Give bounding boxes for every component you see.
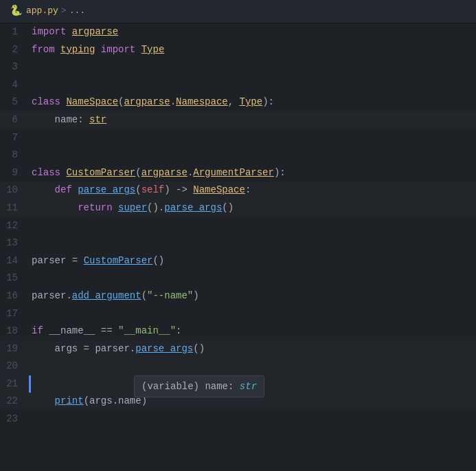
line-content: class CustomParser(argparse.ArgumentPars…	[29, 164, 476, 182]
code-line: 7	[0, 129, 476, 147]
cursor-indicator	[29, 375, 31, 393]
line-content: if __name__ == "__main__":	[29, 322, 476, 340]
code-line: 12	[0, 217, 476, 235]
line-number: 20	[0, 358, 29, 375]
code-line: 8	[0, 146, 476, 164]
code-line: 18 if __name__ == "__main__":	[0, 322, 476, 340]
line-content	[29, 129, 476, 147]
line-number: 4	[0, 76, 29, 94]
line-content	[29, 76, 476, 94]
line-content	[29, 358, 476, 375]
line-number: 17	[0, 305, 29, 323]
python-icon: 🐍	[10, 6, 22, 18]
line-number: 13	[0, 234, 29, 252]
code-line: 9 class CustomParser(argparse.ArgumentPa…	[0, 164, 476, 182]
line-content: parser = CustomParser()	[29, 252, 476, 270]
code-line: 10 def parse_args(self) -> NameSpace:	[0, 182, 476, 199]
code-line: 15	[0, 270, 476, 287]
breadcrumb-ellipsis: ...	[69, 4, 85, 19]
code-line: 19 args = parser.parse_args()	[0, 340, 476, 358]
code-line: 3	[0, 58, 476, 76]
line-content: from typing import Type	[29, 41, 476, 59]
code-line: 17	[0, 305, 476, 323]
line-number: 21	[0, 375, 29, 393]
line-number: 6	[0, 111, 29, 129]
line-number: 3	[0, 58, 29, 76]
line-content	[29, 305, 476, 323]
line-number: 19	[0, 340, 29, 358]
line-content: def parse_args(self) -> NameSpace:	[29, 182, 476, 199]
code-line: 11 return super().parse_args()	[0, 199, 476, 217]
tooltip-label: (variable) name:	[141, 381, 240, 392]
line-number: 5	[0, 94, 29, 111]
line-number: 22	[0, 393, 29, 410]
line-number: 23	[0, 410, 29, 428]
line-number: 2	[0, 41, 29, 59]
code-line: 20	[0, 358, 476, 375]
code-line: 5 class NameSpace(argparse.Namespace, Ty…	[0, 94, 476, 111]
line-number: 12	[0, 217, 29, 235]
line-content	[29, 58, 476, 76]
line-number: 9	[0, 164, 29, 182]
line-content: name: str	[29, 111, 476, 129]
tooltip-type: str	[240, 381, 257, 392]
code-line: 13	[0, 234, 476, 252]
line-content: parser.add_argument("--name")	[29, 287, 476, 305]
line-content	[29, 270, 476, 287]
line-content	[29, 217, 476, 235]
title-bar: 🐍 app.py > ...	[0, 0, 476, 23]
line-content: args = parser.parse_args()	[29, 340, 476, 358]
line-content	[29, 410, 476, 428]
line-number: 14	[0, 252, 29, 270]
code-editor: 1 import argparse 2 from typing import T…	[0, 23, 476, 471]
line-content	[29, 146, 476, 164]
code-line: 2 from typing import Type	[0, 41, 476, 59]
line-number: 11	[0, 199, 29, 217]
code-line: 4	[0, 76, 476, 94]
breadcrumb-sep: >	[61, 4, 67, 19]
breadcrumb: app.py > ...	[26, 4, 85, 19]
code-line: 23	[0, 410, 476, 428]
line-content: return super().parse_args()	[29, 199, 476, 217]
line-number: 1	[0, 23, 29, 41]
line-number: 10	[0, 182, 29, 199]
line-number: 15	[0, 270, 29, 287]
code-line-21: 21 (variable) name: str	[0, 375, 476, 393]
line-number: 16	[0, 287, 29, 305]
type-tooltip: (variable) name: str	[134, 375, 264, 397]
code-line: 16 parser.add_argument("--name")	[0, 287, 476, 305]
line-content: class NameSpace(argparse.Namespace, Type…	[29, 94, 476, 111]
line-number: 7	[0, 129, 29, 147]
line-content: import argparse	[29, 23, 476, 41]
filename: app.py	[26, 4, 58, 19]
code-line: 14 parser = CustomParser()	[0, 252, 476, 270]
code-line: 6 name: str	[0, 111, 476, 129]
code-line: 1 import argparse	[0, 23, 476, 41]
line-content	[29, 234, 476, 252]
line-number: 18	[0, 322, 29, 340]
line-number: 8	[0, 146, 29, 164]
